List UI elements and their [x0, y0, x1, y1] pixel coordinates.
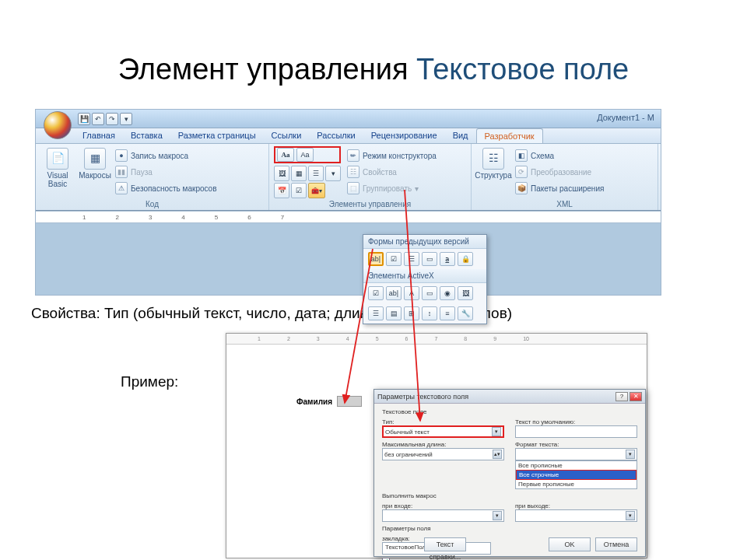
section-label: Текстовое поле — [382, 408, 637, 415]
save-icon[interactable]: 💾 — [78, 113, 90, 125]
schema-icon: ◧ — [515, 149, 528, 162]
spinner-icon: ▴▾ — [493, 450, 502, 459]
pause-recording-button: ▮▮Пауза — [115, 164, 217, 180]
legacy-dropdown-icon[interactable]: ☰ — [404, 252, 419, 266]
structure-button[interactable]: ☷Структура — [476, 146, 510, 196]
tab-review[interactable]: Рецензирование — [363, 128, 445, 143]
chevron-down-icon: ▾ — [626, 450, 635, 459]
params-section-label: Параметры поля — [382, 525, 637, 532]
dialog-close-icon[interactable]: ✕ — [630, 392, 642, 401]
ax-scroll-icon[interactable]: ≡ — [440, 306, 455, 320]
help-text-button[interactable]: Текст справки... — [424, 537, 466, 551]
ax-label-icon[interactable]: A — [404, 286, 419, 300]
ax-list-icon[interactable]: ▤ — [386, 306, 402, 320]
quick-access-toolbar: 💾 ↶ ↷ ▾ Документ1 - M — [36, 110, 661, 128]
format-option-selected[interactable]: Все строчные — [516, 470, 637, 480]
undo-icon[interactable]: ↶ — [92, 113, 104, 125]
format-select[interactable]: ▾ — [515, 448, 637, 460]
ax-textbox-icon[interactable]: ab| — [386, 286, 402, 300]
checkbox-control-icon[interactable]: ☑ — [291, 183, 307, 198]
tab-references[interactable]: Ссылки — [264, 128, 310, 143]
title-main: Элемент управления — [118, 53, 416, 86]
properties-button[interactable]: ☷Свойства — [347, 164, 437, 180]
macro-security-button[interactable]: ⚠Безопасность макросов — [115, 180, 217, 196]
expansion-packs-button[interactable]: 📦Пакеты расширения — [515, 180, 604, 196]
transform-button: ⟳Преобразование — [515, 164, 604, 180]
entry-macro-select[interactable]: ▾ — [382, 509, 504, 522]
entry-macro-label: при входе: — [382, 502, 412, 509]
legacy-forms-row: ab| ☑ ☰ ▭ a̲ 🔒 — [363, 249, 486, 269]
tab-developer[interactable]: Разработчик — [476, 128, 543, 143]
tab-home[interactable]: Главная — [75, 128, 123, 143]
group-code: 📄Visual Basic ▦Макросы ●Запись макроса ▮… — [36, 144, 269, 210]
ax-toggle-icon[interactable]: ⊞ — [404, 306, 419, 320]
expansion-icon: 📦 — [515, 182, 528, 194]
macros-button[interactable]: ▦Макросы — [78, 146, 112, 196]
format-option[interactable]: Все прописные — [516, 461, 637, 470]
picture-control-icon[interactable]: 🖼 — [274, 166, 289, 181]
macro-section-label: Выполнить макрос — [382, 492, 637, 499]
ax-option-icon[interactable]: ◉ — [440, 286, 455, 300]
combo-control-icon[interactable]: ☰ — [308, 166, 324, 181]
ax-spin-icon[interactable]: ↕ — [422, 306, 437, 320]
macros-icon: ▦ — [84, 148, 106, 170]
ax-checkbox-icon[interactable]: ☑ — [368, 286, 384, 300]
group-controls: Aa Aa 🖼 ▦ ☰ ▾ 📅 ☑ 🧰▾ — [269, 144, 472, 210]
format-option[interactable]: Первые прописные — [516, 480, 637, 488]
group-code-label: Код — [36, 200, 268, 208]
type-label: Тип: — [382, 418, 395, 425]
maxlen-label: Максимальная длина: — [382, 441, 446, 448]
ax-button-icon[interactable]: ▭ — [422, 286, 437, 300]
plain-text-control-icon[interactable]: Aa — [296, 148, 314, 162]
group-button[interactable]: ⬚Группировать ▾ — [347, 180, 437, 196]
activex-header: Элементы ActiveX — [363, 269, 486, 283]
format-dropdown-list: Все прописные Все строчные Первые пропис… — [515, 460, 637, 489]
form-field-example: Фамилия — [296, 396, 362, 407]
document-area[interactable] — [36, 223, 661, 295]
tab-insert[interactable]: Вставка — [123, 128, 170, 143]
group-icon: ⬚ — [347, 182, 359, 194]
dropdown-control-icon[interactable]: ▾ — [325, 166, 341, 181]
dialog-titlebar[interactable]: Параметры текстового поля ? ✕ — [374, 390, 645, 404]
tab-view[interactable]: Вид — [445, 128, 476, 143]
legacy-text-field-icon[interactable]: ab| — [368, 252, 384, 266]
format-label: Формат текста: — [515, 441, 559, 448]
ribbon: 📄Visual Basic ▦Макросы ●Запись макроса ▮… — [36, 144, 661, 211]
legacy-frame-icon[interactable]: ▭ — [422, 252, 437, 266]
horizontal-ruler: 1234567 — [36, 211, 661, 223]
office-button[interactable] — [44, 111, 72, 139]
ok-button[interactable]: OK — [549, 537, 591, 551]
design-icon: ✏ — [347, 149, 359, 162]
schema-button[interactable]: ◧Схема — [515, 148, 604, 163]
exit-macro-select[interactable]: ▾ — [515, 509, 637, 522]
controls-gallery: 🖼 ▦ ☰ ▾ 📅 ☑ 🧰▾ — [274, 166, 341, 198]
record-macro-button[interactable]: ●Запись макроса — [115, 148, 217, 163]
pause-icon: ▮▮ — [115, 166, 128, 178]
text-field-box[interactable] — [337, 396, 362, 407]
type-select[interactable]: Обычный текст▾ — [382, 425, 504, 438]
legacy-shading-icon[interactable]: a̲ — [440, 252, 455, 266]
building-block-control-icon[interactable]: ▦ — [291, 166, 307, 181]
tab-layout[interactable]: Разметка страницы — [170, 128, 264, 143]
qat-more-icon[interactable]: ▾ — [120, 113, 132, 125]
maxlen-select[interactable]: без ограничений▴▾ — [382, 448, 504, 460]
window-title: Документ1 - M — [597, 113, 654, 122]
date-control-icon[interactable]: 📅 — [274, 183, 289, 198]
legacy-reset-icon[interactable]: 🔒 — [458, 252, 473, 266]
word-window: 💾 ↶ ↷ ▾ Документ1 - M Главная Вставка Ра… — [35, 109, 661, 296]
cancel-button[interactable]: Отмена — [595, 537, 637, 551]
dialog-help-icon[interactable]: ? — [615, 392, 628, 401]
visual-basic-button[interactable]: 📄Visual Basic — [40, 146, 75, 196]
tab-mailings[interactable]: Рассылки — [309, 128, 363, 143]
ax-more-icon[interactable]: 🔧 — [458, 306, 473, 320]
bookmark-label: закладка: — [382, 535, 410, 542]
redo-icon[interactable]: ↷ — [106, 113, 118, 125]
activex-row-1: ☑ ab| A ▭ ◉ 🖼 — [363, 283, 486, 303]
rich-text-control-icon[interactable]: Aa — [277, 148, 294, 162]
default-text-input[interactable] — [515, 425, 637, 438]
design-mode-button[interactable]: ✏Режим конструктора — [347, 148, 437, 163]
ax-combo-icon[interactable]: ☰ — [368, 306, 384, 320]
ax-image-icon[interactable]: 🖼 — [458, 286, 473, 300]
legacy-checkbox-icon[interactable]: ☑ — [386, 252, 402, 266]
legacy-tools-button[interactable]: 🧰▾ — [308, 183, 325, 198]
